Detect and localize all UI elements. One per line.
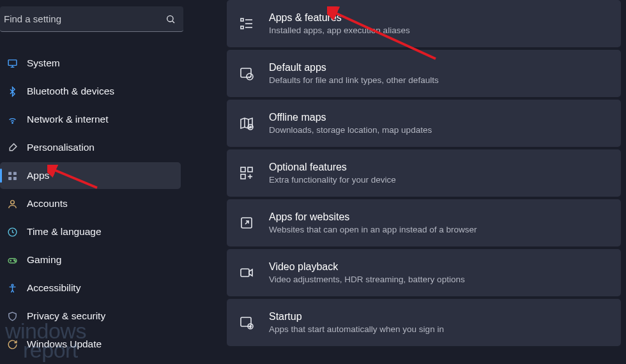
- card-title: Startup: [269, 311, 444, 322]
- svg-rect-9: [13, 176, 16, 179]
- svg-point-17: [11, 284, 13, 286]
- open-icon: [238, 215, 255, 231]
- sidebar-item-apps[interactable]: Apps: [0, 162, 181, 189]
- svg-rect-30: [241, 167, 245, 172]
- card-title: Apps for websites: [269, 211, 477, 223]
- sidebar-item-accessibility[interactable]: Accessibility: [0, 275, 181, 301]
- card-title: Optional features: [269, 162, 396, 173]
- default-icon: [238, 65, 255, 82]
- sidebar-item-label: Apps: [27, 170, 49, 181]
- sidebar-item-label: Windows Update: [27, 338, 102, 350]
- settings-card-list: Apps & features Installed apps, app exec…: [227, 0, 621, 346]
- card-video-playback[interactable]: Video playback Video adjustments, HDR st…: [227, 249, 621, 296]
- svg-point-10: [10, 200, 14, 204]
- accessibility-icon: [6, 282, 18, 294]
- sidebar-item-accounts[interactable]: Accounts: [0, 190, 181, 217]
- svg-rect-36: [241, 269, 249, 277]
- settings-layout: System Bluetooth & devices Network & int…: [0, 0, 626, 364]
- card-text: Apps & features Installed apps, app exec…: [269, 12, 410, 35]
- video-icon: [238, 264, 255, 281]
- sidebar: System Bluetooth & devices Network & int…: [0, 0, 188, 364]
- card-title: Video playback: [269, 261, 465, 273]
- search-input[interactable]: [4, 13, 165, 24]
- sidebar-item-label: Accounts: [27, 198, 68, 209]
- apps-icon: [6, 170, 18, 181]
- sidebar-item-label: Accessibility: [27, 282, 80, 294]
- card-title: Default apps: [269, 62, 439, 73]
- search-wrapper: [0, 6, 188, 32]
- sidebar-item-gaming[interactable]: Gaming: [0, 246, 181, 273]
- svg-rect-37: [241, 317, 251, 326]
- sidebar-item-personalisation[interactable]: Personalisation: [0, 134, 181, 161]
- card-optional-features[interactable]: Optional features Extra functionality fo…: [227, 149, 621, 197]
- card-startup[interactable]: Startup Apps that start automatically wh…: [227, 299, 621, 346]
- game-icon: [6, 254, 18, 266]
- sidebar-item-label: Time & language: [27, 226, 102, 238]
- shield-icon: [6, 310, 18, 322]
- monitor-icon: [6, 57, 18, 69]
- brush-icon: [6, 142, 18, 153]
- list-icon: [238, 15, 255, 32]
- sidebar-item-system[interactable]: System: [0, 50, 181, 77]
- svg-rect-32: [241, 174, 245, 179]
- sidebar-item-label: Bluetooth & devices: [27, 86, 114, 97]
- svg-rect-2: [8, 59, 17, 65]
- card-desc: Apps that start automatically when you s…: [269, 324, 444, 334]
- svg-rect-31: [248, 167, 252, 172]
- card-desc: Installed apps, app execution aliases: [269, 26, 410, 35]
- wifi-icon: [6, 114, 18, 125]
- card-apps-features[interactable]: Apps & features Installed apps, app exec…: [227, 0, 621, 47]
- person-icon: [6, 198, 18, 209]
- svg-point-16: [15, 261, 15, 261]
- svg-rect-18: [241, 19, 243, 21]
- svg-point-5: [11, 122, 12, 123]
- sidebar-item-label: System: [27, 57, 60, 69]
- card-apps-websites[interactable]: Apps for websites Websites that can open…: [227, 199, 621, 246]
- card-default-apps[interactable]: Default apps Defaults for file and link …: [227, 50, 621, 97]
- svg-rect-6: [8, 172, 11, 175]
- main-content: Apps & features Installed apps, app exec…: [188, 0, 626, 364]
- clock-icon: [6, 226, 18, 238]
- card-text: Startup Apps that start automatically wh…: [269, 311, 444, 334]
- sidebar-item-update[interactable]: Windows Update: [0, 331, 181, 358]
- card-text: Default apps Defaults for file and link …: [269, 62, 439, 85]
- search-icon: [165, 14, 176, 24]
- card-desc: Defaults for file and link types, other …: [269, 75, 439, 85]
- card-text: Optional features Extra functionality fo…: [269, 162, 396, 185]
- sidebar-item-label: Personalisation: [27, 142, 95, 153]
- sidebar-item-time[interactable]: Time & language: [0, 218, 181, 245]
- card-title: Offline maps: [269, 112, 432, 123]
- card-text: Video playback Video adjustments, HDR st…: [269, 261, 465, 284]
- card-text: Apps for websites Websites that can open…: [269, 211, 477, 234]
- card-desc: Websites that can open in an app instead…: [269, 225, 477, 234]
- card-text: Offline maps Downloads, storage location…: [269, 112, 432, 135]
- card-desc: Downloads, storage location, map updates: [269, 125, 432, 135]
- startup-icon: [238, 314, 255, 331]
- svg-rect-23: [241, 68, 251, 77]
- svg-rect-8: [8, 176, 11, 179]
- sidebar-item-network[interactable]: Network & internet: [0, 106, 181, 133]
- sidebar-item-privacy[interactable]: Privacy & security: [0, 303, 181, 330]
- search-box[interactable]: [0, 6, 183, 32]
- svg-line-1: [172, 21, 174, 23]
- sidebar-item-label: Privacy & security: [27, 310, 105, 322]
- card-desc: Video adjustments, HDR streaming, batter…: [269, 275, 465, 284]
- svg-rect-19: [241, 26, 243, 29]
- update-icon: [6, 338, 18, 350]
- card-desc: Extra functionality for your device: [269, 175, 396, 185]
- map-icon: [238, 115, 255, 132]
- card-offline-maps[interactable]: Offline maps Downloads, storage location…: [227, 100, 621, 147]
- sidebar-item-label: Gaming: [27, 254, 61, 266]
- sidebar-nav: System Bluetooth & devices Network & int…: [0, 50, 188, 358]
- sidebar-item-bluetooth[interactable]: Bluetooth & devices: [0, 78, 181, 105]
- bluetooth-icon: [6, 86, 18, 97]
- plus-grid-icon: [238, 165, 255, 181]
- svg-rect-7: [13, 172, 16, 175]
- card-title: Apps & features: [269, 12, 410, 24]
- sidebar-item-label: Network & internet: [27, 114, 109, 125]
- svg-point-0: [167, 15, 173, 21]
